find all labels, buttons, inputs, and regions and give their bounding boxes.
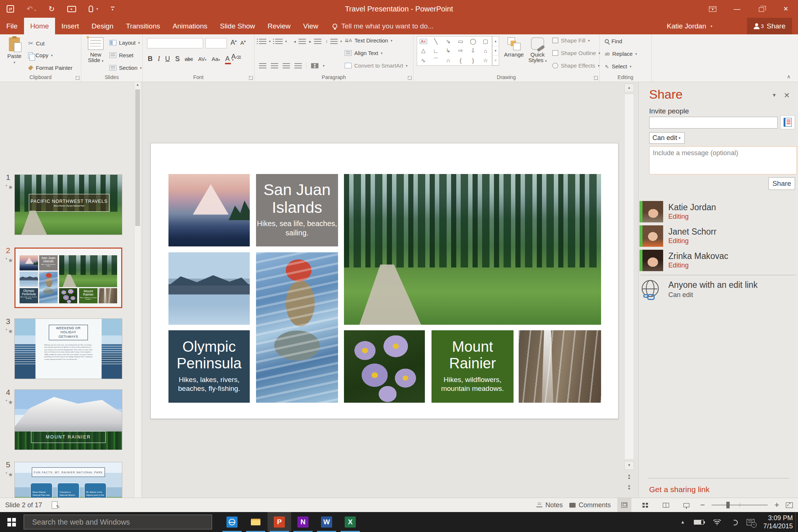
message-textarea[interactable] [649, 146, 797, 174]
tray-expand-icon[interactable]: ▲ [681, 519, 685, 525]
align-left-icon[interactable] [259, 63, 266, 68]
close-button[interactable]: × [774, 0, 798, 18]
photo-purple-wildflowers[interactable] [344, 330, 425, 403]
restore-button[interactable] [749, 0, 774, 18]
clock[interactable]: 3:09 PM 7/14/2015 [763, 514, 793, 531]
battery-icon[interactable] [694, 520, 704, 525]
zoom-slider[interactable] [712, 505, 768, 505]
zoom-in-button[interactable]: + [774, 500, 779, 510]
scroll-up-icon[interactable]: ▲ [134, 83, 141, 86]
arrange-button[interactable]: Arrange [502, 37, 526, 58]
paste-button[interactable]: Paste▾ [4, 37, 25, 64]
numbering-button[interactable]: ▾ [275, 39, 287, 44]
person-row[interactable]: Janet Schorr Editing [640, 225, 795, 247]
taskbar-excel-icon[interactable]: X [338, 512, 362, 532]
notes-toggle[interactable]: Notes [536, 501, 563, 509]
font-color-button[interactable]: A▾ [225, 55, 234, 63]
slide-sorter-view-button[interactable] [638, 498, 652, 512]
wifi-icon[interactable] [713, 519, 722, 525]
zoom-slider-thumb[interactable] [726, 502, 730, 508]
section-button[interactable]: Section▾ [109, 65, 142, 71]
thumbnail-scrollbar[interactable]: ▲ [134, 82, 141, 498]
minimize-button[interactable]: — [725, 0, 749, 18]
account-name[interactable]: Katie Jordan▾ [667, 18, 712, 34]
shapes-gallery[interactable]: A≡╲⇘▭◯▢ △∟↳⇨⇩⌂ ∿⌒∩{}☆ [417, 36, 492, 66]
font-size-combo[interactable] [205, 38, 227, 48]
speaker-icon[interactable] [730, 519, 738, 525]
show-desktop-button[interactable] [795, 512, 798, 532]
font-name-combo[interactable] [147, 38, 203, 48]
scrollbar-track[interactable] [624, 94, 634, 460]
next-slide-button[interactable]: ▼▼ [624, 483, 634, 492]
scroll-up-button[interactable]: ▲ [624, 83, 634, 92]
find-button[interactable]: Find [605, 38, 622, 44]
photo-dusk-harbor[interactable] [168, 174, 250, 246]
align-text-button[interactable]: Align Text▾ [345, 50, 382, 56]
tab-file[interactable]: File [0, 18, 24, 34]
slideshow-view-button[interactable] [679, 498, 693, 512]
align-right-icon[interactable] [283, 63, 290, 68]
fit-slide-to-window-button[interactable] [786, 502, 793, 508]
taskbar-file-explorer-icon[interactable] [244, 512, 267, 532]
share-submit-button[interactable]: Share [768, 177, 795, 190]
tab-animations[interactable]: Animations [166, 18, 214, 34]
tell-me-box[interactable]: Tell me what you want to do... [332, 18, 433, 34]
tab-insert[interactable]: Insert [55, 18, 85, 34]
shapes-gallery-scroll[interactable]: ▲▼≡ [492, 36, 499, 66]
bold-button[interactable]: B [148, 55, 153, 63]
person-row[interactable]: Zrinka Makovac Editing [640, 250, 795, 271]
paragraph-dialog-launcher[interactable] [407, 76, 412, 80]
pane-options-icon[interactable]: ▼ [772, 92, 777, 98]
justify-icon[interactable] [294, 63, 302, 68]
shape-outline-button[interactable]: Shape Outline▾ [552, 50, 600, 56]
tile-olympic-peninsula[interactable]: Olympic Peninsula Hikes, lakes, rivers, … [168, 330, 250, 403]
convert-smartart-button[interactable]: Convert to SmartArt▾ [345, 62, 407, 69]
text-shadow-button[interactable]: S [175, 55, 180, 63]
shape-effects-button[interactable]: Shape Effects▾ [552, 62, 600, 69]
drawing-dialog-launcher[interactable] [594, 76, 598, 80]
underline-button[interactable]: U [165, 55, 170, 63]
zoom-out-button[interactable]: − [700, 500, 705, 510]
quick-styles-button[interactable]: Quick Styles ▾ [526, 37, 549, 63]
photo-fly-fisherman[interactable] [256, 252, 338, 403]
increase-indent-button[interactable]: ▸ [309, 39, 321, 44]
slide-thumbnail-5[interactable]: FUN FACTS: MT. RAINIER NATIONAL PARK Mou… [14, 462, 122, 498]
action-center-icon[interactable] [747, 519, 754, 525]
taskbar-onenote-icon[interactable]: N [291, 512, 315, 532]
character-spacing-button[interactable]: AV▾ [198, 56, 207, 62]
person-row[interactable]: Katie Jordan Editing [640, 201, 795, 222]
start-button[interactable] [0, 512, 23, 532]
change-case-button[interactable]: Aa▾ [212, 56, 220, 62]
share-button-titlebar[interactable]: 3 Share [747, 18, 792, 34]
taskbar-word-icon[interactable]: W [315, 512, 338, 532]
slide-thumbnail-3[interactable]: WEEKEND OR HOLIDAY GETAWAYS Whether you … [14, 318, 122, 379]
pane-close-icon[interactable]: ✕ [784, 91, 790, 100]
reading-view-button[interactable] [659, 498, 673, 512]
cut-button[interactable]: ✂Cut [28, 40, 45, 47]
line-spacing-button[interactable]: ↕▾ [325, 39, 342, 44]
taskbar-powerpoint-icon[interactable]: P [267, 512, 291, 532]
shape-fill-button[interactable]: Shape Fill▾ [552, 37, 590, 44]
address-book-button[interactable] [780, 115, 795, 129]
photo-rainier-trail[interactable] [344, 174, 601, 325]
strikethrough-button[interactable]: abc [185, 56, 193, 62]
columns-icon[interactable] [311, 63, 318, 68]
layout-button[interactable]: Layout▾ [109, 40, 140, 46]
tab-review[interactable]: Review [261, 18, 297, 34]
slide-thumbnail-4[interactable]: MOUNT RAINIER [14, 389, 122, 450]
comments-toggle[interactable]: Comments [569, 501, 611, 509]
collapse-ribbon-icon[interactable]: ∧ [787, 74, 791, 79]
select-button[interactable]: ⇖Select▾ [605, 63, 631, 69]
photo-lake-reflection[interactable] [168, 252, 250, 325]
taskbar-search-input[interactable] [24, 515, 212, 529]
tab-transitions[interactable]: Transitions [120, 18, 166, 34]
reset-button[interactable]: Reset [109, 52, 133, 58]
font-dialog-launcher[interactable] [249, 76, 253, 80]
text-direction-button[interactable]: ⇊AText Direction▾ [345, 37, 392, 44]
slide-thumbnail-2[interactable]: San Juan Islands Hikes, sea life, beache… [14, 248, 122, 308]
get-sharing-link[interactable]: Get a sharing link [649, 485, 709, 494]
tab-view[interactable]: View [297, 18, 325, 34]
new-slide-button[interactable]: New Slide ▾ [85, 37, 106, 63]
copy-button[interactable]: Copy▾ [28, 52, 53, 58]
previous-slide-button[interactable]: ▲▲ [624, 472, 634, 481]
